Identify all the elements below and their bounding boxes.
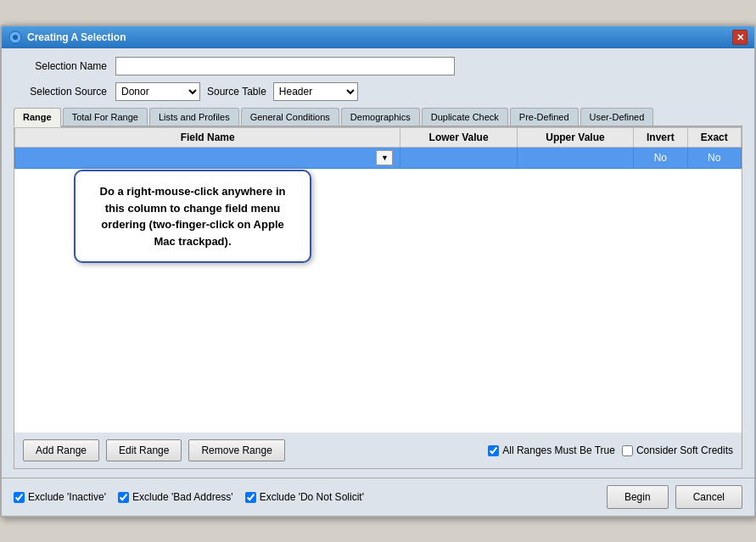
exclude-inactive-checkbox[interactable] [14, 492, 25, 503]
col-header-invert: Invert [634, 128, 687, 148]
tab-content-range: Field Name Lower Value Upper Value Inver… [14, 127, 742, 469]
selection-source-select[interactable]: Donor Prospect Organization [115, 82, 200, 101]
tab-user-defined[interactable]: User-Defined [580, 108, 654, 126]
table-row[interactable]: ▼ No No [15, 148, 742, 169]
field-name-cell[interactable]: ▼ [15, 148, 400, 169]
remove-range-button[interactable]: Remove Range [188, 439, 284, 461]
tab-general-conditions[interactable]: General Conditions [241, 108, 339, 126]
all-ranges-group: All Ranges Must Be True [488, 444, 615, 456]
begin-button[interactable]: Begin [607, 485, 669, 509]
window-icon [8, 31, 22, 44]
range-bottom-controls: Add Range Edit Range Remove Range All Ra… [14, 433, 742, 468]
soft-credits-group: Consider Soft Credits [622, 444, 733, 456]
exclude-inactive-group: Exclude 'Inactive' [14, 491, 106, 503]
exclude-do-not-solicit-group: Exclude 'Do Not Solicit' [245, 491, 364, 503]
exclude-do-not-solicit-label: Exclude 'Do Not Solicit' [260, 491, 364, 503]
title-bar: Creating A Selection ✕ [2, 26, 754, 48]
svg-point-1 [13, 35, 18, 40]
col-header-field-name: Field Name [15, 128, 400, 148]
field-dropdown-button[interactable]: ▼ [376, 150, 393, 165]
exclude-bad-address-checkbox[interactable] [118, 492, 129, 503]
all-ranges-checkbox[interactable] [488, 445, 499, 456]
close-button[interactable]: ✕ [732, 30, 748, 45]
upper-value-cell[interactable] [517, 148, 633, 169]
window-title: Creating A Selection [27, 31, 126, 43]
window-body: Selection Name Selection Source Donor Pr… [2, 48, 754, 478]
tab-total-for-range[interactable]: Total For Range [63, 108, 148, 126]
creating-selection-dialog: Creating A Selection ✕ Selection Name Se… [0, 25, 756, 517]
soft-credits-label: Consider Soft Credits [636, 444, 733, 456]
cancel-button[interactable]: Cancel [675, 485, 742, 509]
tab-range[interactable]: Range [14, 108, 61, 127]
range-table-wrapper[interactable]: Field Name Lower Value Upper Value Inver… [14, 127, 742, 433]
selection-name-row: Selection Name [14, 57, 742, 75]
tab-demographics[interactable]: Demographics [341, 108, 420, 126]
soft-credits-checkbox[interactable] [622, 445, 633, 456]
tab-pre-defined[interactable]: Pre-Defined [510, 108, 579, 126]
range-table: Field Name Lower Value Upper Value Inver… [14, 127, 742, 169]
col-header-exact: Exact [687, 128, 741, 148]
source-table-label: Source Table [207, 86, 266, 98]
exclude-bad-address-group: Exclude 'Bad Address' [118, 491, 233, 503]
footer: Exclude 'Inactive' Exclude 'Bad Address'… [2, 478, 754, 516]
tab-lists-and-profiles[interactable]: Lists and Profiles [149, 108, 239, 126]
exact-cell[interactable]: No [687, 148, 741, 169]
source-group: Donor Prospect Organization Source Table… [115, 82, 358, 101]
selection-name-label: Selection Name [14, 60, 107, 72]
source-table-select[interactable]: Header Detail [273, 82, 358, 101]
field-ordering-tooltip: Do a right-mouse-click anywhere in this … [74, 170, 311, 263]
exclude-do-not-solicit-checkbox[interactable] [245, 492, 256, 503]
title-bar-left: Creating A Selection [8, 31, 126, 44]
edit-range-button[interactable]: Edit Range [106, 439, 182, 461]
col-header-lower-value: Lower Value [400, 128, 517, 148]
exclude-bad-address-label: Exclude 'Bad Address' [132, 491, 233, 503]
col-header-upper-value: Upper Value [517, 128, 633, 148]
tabs-container: Range Total For Range Lists and Profiles… [14, 108, 742, 127]
selection-source-row: Selection Source Donor Prospect Organiza… [14, 82, 742, 101]
tooltip-text: Do a right-mouse-click anywhere in this … [100, 185, 286, 248]
tab-duplicate-check[interactable]: Duplicate Check [422, 108, 508, 126]
exclude-inactive-label: Exclude 'Inactive' [28, 491, 106, 503]
footer-buttons: Begin Cancel [607, 485, 742, 509]
lower-value-cell[interactable] [400, 148, 517, 169]
all-ranges-label: All Ranges Must Be True [502, 444, 615, 456]
add-range-button[interactable]: Add Range [23, 439, 99, 461]
invert-cell[interactable]: No [634, 148, 687, 169]
footer-checkboxes: Exclude 'Inactive' Exclude 'Bad Address'… [14, 491, 598, 503]
selection-source-label: Selection Source [14, 86, 107, 98]
selection-name-input[interactable] [115, 57, 455, 75]
